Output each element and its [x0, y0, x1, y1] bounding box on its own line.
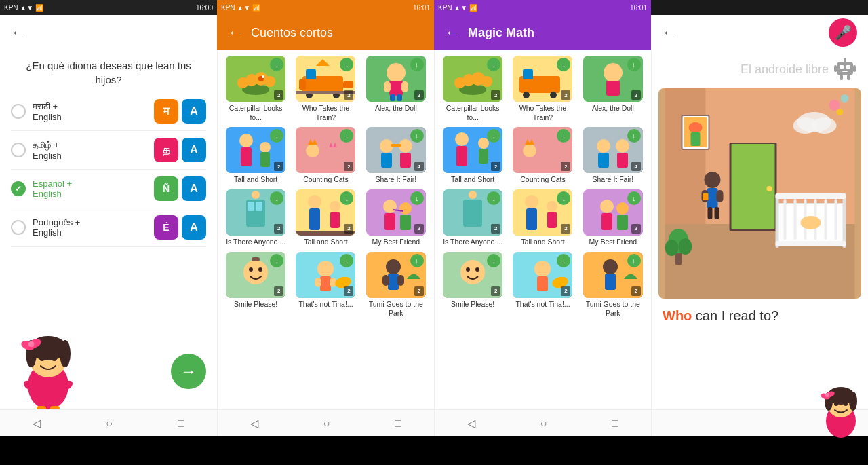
- svg-rect-91: [523, 69, 533, 79]
- book-friend-p2[interactable]: ↓ 2 My Best Friend: [363, 189, 429, 247]
- svg-rect-161: [835, 199, 837, 240]
- book-title-6-p3: Share It Fair!: [592, 175, 633, 185]
- book-tall-short2-p3[interactable]: ↓ 2 Tall and Short: [510, 189, 575, 247]
- svg-rect-110: [463, 200, 482, 227]
- radio-tamil[interactable]: [11, 143, 26, 157]
- back-button-p3[interactable]: ←: [445, 24, 460, 41]
- svg-rect-32: [389, 81, 403, 96]
- svg-rect-153: [843, 193, 846, 248]
- back-button-p2[interactable]: ←: [228, 24, 243, 41]
- radio-portugues[interactable]: [11, 220, 26, 235]
- next-button[interactable]: →: [171, 354, 206, 389]
- svg-rect-133: [837, 62, 853, 75]
- svg-rect-24: [299, 79, 306, 90]
- svg-rect-171: [715, 207, 719, 219]
- book-cats-p2[interactable]: ↓ 2 Counting Cats: [293, 127, 358, 185]
- svg-point-100: [478, 138, 489, 149]
- header-title-p2: Cuentos cortos: [251, 26, 333, 40]
- radio-marathi[interactable]: [11, 104, 26, 119]
- book-train-p3[interactable]: ↓ 2 Who Takes the Train?: [510, 56, 575, 122]
- svg-rect-134: [840, 65, 844, 69]
- book-share-p3[interactable]: ↓ 4 Share It Fair!: [580, 127, 646, 185]
- back-button-p1[interactable]: ←: [11, 24, 26, 41]
- svg-point-55: [252, 191, 260, 199]
- lang-option-portugues[interactable]: Português + English É A: [11, 208, 206, 247]
- svg-point-98: [455, 132, 469, 146]
- svg-rect-50: [391, 144, 401, 147]
- book-title-alex-p2: Alex, the Doll: [375, 104, 417, 113]
- lang-label-espanol: Español + English: [33, 179, 147, 199]
- book-title-cats-p2: Counting Cats: [303, 175, 349, 185]
- book-share-p2[interactable]: ↓ 4 Share It Fair!: [363, 127, 429, 185]
- svg-point-175: [665, 240, 679, 256]
- book-title-12-p3: Tumi Goes to the Park: [583, 300, 643, 318]
- book-title-9-p3: My Best Friend: [589, 238, 637, 247]
- book-smile-p2[interactable]: ↓ 2 Smile Please!: [223, 252, 288, 318]
- who-read-suffix: can I read to?: [692, 308, 778, 323]
- status-bar-p2: KPN ▲▼ 📶 16:01: [217, 0, 434, 15]
- nav-back-p1[interactable]: ◁: [19, 411, 54, 435]
- panel1-bottom: →: [0, 308, 217, 409]
- lang-option-marathi[interactable]: मराठी + English म A: [11, 92, 206, 131]
- svg-point-111: [469, 191, 477, 199]
- book-caterpillar-p3[interactable]: ↓ 2 Caterpillar Looks fo...: [440, 56, 505, 122]
- svg-rect-139: [853, 65, 856, 72]
- book-anyone-p3[interactable]: ↓ 2 Is There Anyone ...: [440, 189, 505, 247]
- svg-rect-26: [306, 69, 316, 79]
- book-title-2-p3: Who Takes the Train?: [513, 104, 572, 122]
- lang-option-espanol[interactable]: ✓ Español + English Ñ A: [11, 170, 206, 208]
- book-anyone-p2[interactable]: ↓ 2 Is There Anyone ...: [223, 189, 288, 247]
- svg-point-115: [547, 201, 557, 212]
- svg-point-118: [600, 200, 614, 213]
- svg-point-68: [243, 260, 268, 284]
- nav-back-p2[interactable]: ◁: [237, 411, 272, 435]
- book-train-p2[interactable]: ↓ 2 Who Takes the Train?: [293, 56, 358, 122]
- reading-app-panel: El androide libre: [651, 50, 868, 409]
- book-tina-p3[interactable]: ↓ 2 That's not Tina!...: [510, 252, 575, 318]
- book-tumi-p3[interactable]: ↓ 2 Tumi Goes to the Park: [580, 252, 646, 318]
- book-title-friend-p2: My Best Friend: [372, 238, 420, 247]
- book-tumi-p2[interactable]: ↓ 2 Tumi Goes to the Park: [363, 252, 429, 318]
- book-title-1-p3: Caterpillar Looks fo...: [443, 104, 502, 122]
- nav-square-p2[interactable]: □: [381, 412, 415, 435]
- svg-point-127: [534, 261, 551, 277]
- radio-espanol[interactable]: ✓: [11, 181, 26, 196]
- book-alex-p2[interactable]: ↓ 2 Alex, the Doll: [363, 56, 429, 122]
- svg-point-31: [387, 63, 406, 82]
- back-button-p4[interactable]: ←: [662, 24, 677, 41]
- nav-back-p3[interactable]: ◁: [454, 411, 489, 435]
- book-alex-p3[interactable]: ↓ 2 Alex, the Doll: [580, 56, 646, 122]
- svg-point-73: [317, 261, 334, 277]
- language-selection-panel: ¿En qué idioma deseas que lean tus hijos…: [0, 50, 217, 409]
- svg-rect-53: [248, 202, 254, 211]
- svg-rect-33: [384, 81, 391, 92]
- mic-button[interactable]: 🎤: [829, 18, 857, 47]
- nav-square-p1[interactable]: □: [164, 412, 198, 435]
- nav-square-p3[interactable]: □: [598, 412, 632, 435]
- book-caterpillar-p2[interactable]: ↓ 2 Caterpillar Looks fo...: [223, 56, 288, 122]
- book-cats-p3[interactable]: ↓ 2 Counting Cats: [510, 127, 575, 185]
- book-friend-p3[interactable]: ↓ 2 My Best Friend: [580, 189, 646, 247]
- book-title-5-p3: Counting Cats: [520, 175, 566, 185]
- book-smile-p3[interactable]: ↓ 2 Smile Please!: [440, 252, 505, 318]
- svg-point-92: [523, 92, 530, 98]
- nav-home-p2[interactable]: ○: [310, 412, 344, 435]
- book-title-11-p3: That's not Tina!...: [515, 300, 570, 310]
- svg-point-176: [679, 238, 692, 255]
- svg-point-7: [28, 341, 34, 347]
- book-tina-p2[interactable]: ↓ 2 That's not Tina!...: [293, 252, 358, 318]
- book-tall-short2-p2[interactable]: ↓ 2 Tall and Short: [293, 189, 358, 247]
- room-illustration: [658, 88, 861, 299]
- header-p1: ←: [0, 15, 217, 50]
- book-tall-short-p2[interactable]: ↓ 2 Tall and Short: [223, 127, 288, 185]
- svg-point-88: [481, 76, 492, 87]
- nav-home-p3[interactable]: ○: [527, 412, 561, 435]
- svg-rect-170: [708, 207, 713, 219]
- svg-rect-154: [776, 193, 846, 199]
- lang-option-tamil[interactable]: தமிழ் + English த A: [11, 131, 206, 170]
- svg-rect-65: [384, 213, 395, 230]
- lang-icons-marathi: म A: [154, 99, 206, 124]
- nav-home-p1[interactable]: ○: [92, 412, 126, 435]
- nav-bar-p2: ◁ ○ □: [217, 409, 434, 436]
- book-tall-short-p3[interactable]: ↓ 2 Tall and Short: [440, 127, 505, 185]
